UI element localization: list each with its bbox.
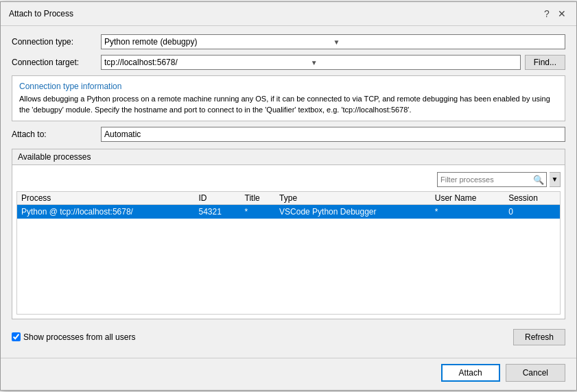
title-bar: Attach to Process ? ✕ — [1, 2, 576, 26]
refresh-button[interactable]: Refresh — [513, 329, 565, 345]
show-all-users-text: Show processes from all users — [23, 332, 135, 342]
connection-type-combo[interactable]: Python remote (debugpy) ▼ — [101, 34, 565, 49]
table-row[interactable]: Python @ tcp://localhost:5678/54321*VSCo… — [17, 204, 560, 219]
attach-button[interactable]: Attach — [441, 364, 500, 382]
title-bar-controls: ? ✕ — [541, 8, 568, 20]
processes-inner: 🔍 ▼ Process ID Title Type User — [12, 168, 565, 319]
cell-title: * — [241, 204, 276, 219]
available-processes-group: Available processes 🔍 ▼ Process — [12, 149, 565, 319]
combo-arrow-icon-2: ▼ — [311, 59, 517, 66]
cell-process: Python @ tcp://localhost:5678/ — [17, 204, 194, 219]
cancel-button[interactable]: Cancel — [506, 364, 565, 382]
cell-id: 54321 — [194, 204, 240, 219]
info-box: Connection type information Allows debug… — [12, 75, 565, 121]
find-button[interactable]: Find... — [525, 55, 565, 70]
connection-target-combo[interactable]: tcp://localhost:5678/ ▼ — [101, 55, 521, 70]
col-username: User Name — [431, 192, 504, 205]
attach-to-process-dialog: Attach to Process ? ✕ Connection type: P… — [0, 1, 577, 391]
attach-to-input[interactable] — [101, 127, 565, 142]
filter-row: 🔍 ▼ — [16, 172, 561, 187]
connection-target-label: Connection target: — [12, 58, 101, 67]
col-type: Type — [275, 192, 431, 205]
connection-target-row: Connection target: tcp://localhost:5678/… — [12, 55, 565, 70]
close-button[interactable]: ✕ — [556, 8, 568, 20]
show-all-users-label[interactable]: Show processes from all users — [12, 332, 135, 342]
connection-type-row: Connection type: Python remote (debugpy)… — [12, 34, 565, 49]
connection-target-control: tcp://localhost:5678/ ▼ Find... — [101, 55, 565, 70]
available-processes-label: Available processes — [12, 149, 565, 165]
connection-target-value: tcp://localhost:5678/ — [104, 58, 311, 67]
col-id: ID — [194, 192, 240, 205]
dialog-footer: Attach Cancel — [1, 358, 576, 390]
dialog-content: Connection type: Python remote (debugpy)… — [1, 26, 576, 358]
cell-type: VSCode Python Debugger — [275, 204, 431, 219]
dialog-title: Attach to Process — [9, 9, 73, 19]
search-icon: 🔍 — [533, 174, 544, 184]
process-table-body: Python @ tcp://localhost:5678/54321*VSCo… — [17, 204, 560, 219]
connection-type-value: Python remote (debugpy) — [104, 37, 333, 47]
show-all-users-checkbox[interactable] — [12, 332, 21, 341]
col-title: Title — [241, 192, 276, 205]
filter-processes-input[interactable] — [437, 172, 547, 187]
connection-type-control: Python remote (debugpy) ▼ — [101, 34, 565, 49]
bottom-bar: Show processes from all users Refresh — [12, 325, 565, 350]
col-process: Process — [17, 192, 194, 205]
col-session: Session — [504, 192, 560, 205]
info-box-title: Connection type information — [19, 82, 558, 91]
help-button[interactable]: ? — [541, 8, 553, 20]
filter-input-wrap: 🔍 — [437, 172, 547, 187]
combo-arrow-icon: ▼ — [333, 38, 563, 46]
process-table: Process ID Title Type User Name Session … — [17, 192, 560, 219]
filter-dropdown-button[interactable]: ▼ — [550, 172, 561, 187]
cell-user_name: * — [431, 204, 504, 219]
attach-to-row: Attach to: — [12, 127, 565, 142]
process-table-container: Process ID Title Type User Name Session … — [16, 191, 561, 315]
connection-type-label: Connection type: — [12, 37, 101, 47]
cell-session: 0 — [504, 204, 560, 219]
process-table-header: Process ID Title Type User Name Session — [17, 192, 560, 205]
attach-to-label: Attach to: — [12, 130, 101, 139]
info-box-text: Allows debugging a Python process on a r… — [19, 94, 558, 115]
